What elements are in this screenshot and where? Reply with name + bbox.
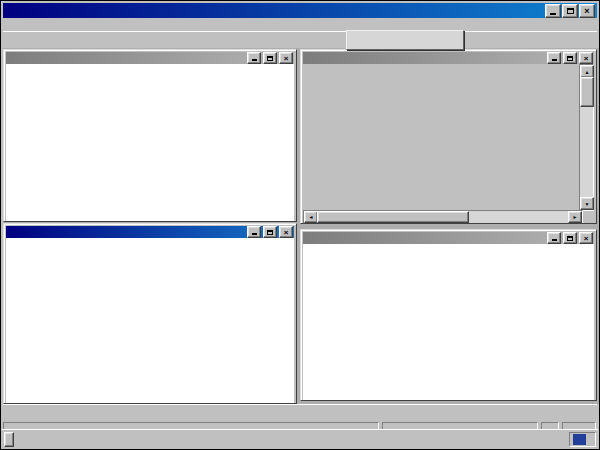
minimize-button[interactable] [545, 4, 561, 18]
tooltip [346, 30, 464, 50]
window-time: × [300, 229, 597, 401]
scroll-down-icon[interactable]: ▼ [580, 197, 594, 210]
scroll-right-icon[interactable]: ► [568, 211, 582, 223]
close-button[interactable]: × [579, 4, 595, 18]
time-close-button[interactable]: × [579, 232, 593, 244]
time-maximize-button[interactable] [563, 232, 577, 244]
scroll-left-icon[interactable]: ◄ [304, 211, 318, 223]
traffic-maximize-button[interactable] [563, 52, 577, 64]
window-trend: × [3, 49, 297, 222]
traffic-titlebar[interactable]: × [303, 52, 594, 64]
spectra-minimize-button[interactable] [247, 226, 261, 238]
trend-maximize-button[interactable] [263, 52, 277, 64]
time-titlebar[interactable]: × [303, 232, 594, 244]
mdi-area: × × ▲ ▼ [3, 48, 599, 404]
maximize-button[interactable] [562, 4, 578, 18]
trend-close-button[interactable]: × [279, 52, 293, 64]
traffic-horizontal-scrollbar[interactable]: ◄ ► [303, 210, 583, 223]
trend-titlebar[interactable]: × [6, 52, 294, 64]
spectra-titlebar[interactable]: × [6, 226, 294, 238]
window-traffic: × ▲ ▼ ◄ ► [300, 49, 597, 224]
screen: × × [0, 0, 600, 450]
app-titlebar[interactable]: × [3, 3, 597, 18]
trend-minimize-button[interactable] [247, 52, 261, 64]
scroll-thumb[interactable] [580, 77, 594, 107]
time-minimize-button[interactable] [547, 232, 561, 244]
start-button[interactable] [4, 432, 14, 447]
traffic-minimize-button[interactable] [547, 52, 561, 64]
language-indicator[interactable] [573, 434, 586, 445]
window-spectra: × [3, 223, 297, 404]
scroll-thumb[interactable] [317, 211, 469, 223]
spectra-maximize-button[interactable] [263, 226, 277, 238]
taskbar [2, 429, 598, 448]
spectra-close-button[interactable]: × [279, 226, 293, 238]
system-tray [569, 432, 596, 447]
traffic-close-button[interactable]: × [579, 52, 593, 64]
menubar [3, 18, 597, 31]
traffic-vertical-scrollbar[interactable]: ▲ ▼ [579, 64, 594, 211]
